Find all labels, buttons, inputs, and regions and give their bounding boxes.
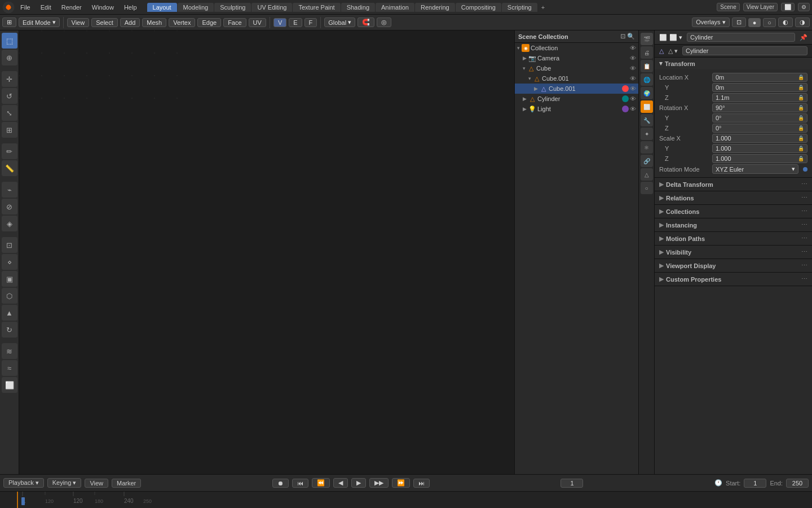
mode-dropdown[interactable]: Edit Mode ▾ — [19, 17, 60, 27]
rotate-tool[interactable]: ↺ — [2, 88, 17, 104]
spin-tool[interactable]: ↻ — [2, 322, 17, 338]
viewport-shading-solid[interactable]: ● — [748, 18, 761, 27]
transform-tool[interactable]: ⊞ — [2, 122, 17, 138]
vertex-menu[interactable]: Vertex — [169, 18, 195, 27]
object-name-input[interactable] — [687, 33, 795, 42]
outliner-item-light[interactable]: ▶ 💡 Light 👁 — [515, 104, 638, 114]
timeline-jump-end-btn[interactable]: ⏭ — [413, 479, 430, 488]
prop-constraints-icon[interactable]: 🔗 — [641, 155, 653, 167]
scene-dropdown[interactable]: Scene — [717, 3, 739, 11]
properties-type-dropdown[interactable]: ⬜ ▾ — [669, 34, 682, 41]
visibility-pin[interactable]: ⋯ — [801, 248, 807, 256]
tab-animation[interactable]: Animation — [376, 3, 414, 12]
inset-tool[interactable]: ▣ — [2, 271, 17, 287]
instancing-pin[interactable]: ⋯ — [801, 221, 807, 229]
custom-properties-pin[interactable]: ⋯ — [801, 275, 807, 283]
data-type-dropdown[interactable]: △ ▾ — [668, 47, 678, 55]
transform-header[interactable]: ▾ Transform — [655, 58, 812, 69]
visibility-cube001[interactable]: 👁 — [630, 75, 636, 82]
rotation-x-value[interactable]: 90° 🔒 — [712, 103, 807, 112]
view-dropdown[interactable]: View — [85, 479, 108, 488]
prop-modifier-icon[interactable]: 🔧 — [641, 114, 653, 126]
visibility-camera[interactable]: 👁 — [630, 55, 636, 62]
visibility-cube001-data[interactable]: 👁 — [630, 85, 636, 92]
snap-btn[interactable]: 🧲 — [358, 17, 374, 27]
overlay-dropdown[interactable]: Overlays ▾ — [692, 17, 729, 27]
collections-section[interactable]: ▶ Collections ⋯ — [655, 205, 812, 218]
visibility-collection[interactable]: 👁 — [630, 45, 636, 51]
prop-data-icon[interactable]: △ — [641, 168, 653, 181]
timeline-next-keyframe-btn[interactable]: ▶▶ — [369, 478, 389, 488]
collections-pin[interactable]: ⋯ — [801, 208, 807, 215]
timeline-record-btn[interactable]: ⏺ — [272, 479, 289, 488]
menu-edit[interactable]: Edit — [36, 3, 56, 12]
edge-menu[interactable]: Edge — [197, 18, 221, 27]
prop-object-icon[interactable]: ⬜ — [641, 100, 653, 113]
playback-dropdown[interactable]: Playback ▾ — [3, 478, 44, 488]
proportional-btn[interactable]: ◎ — [377, 17, 391, 27]
rotation-y-value[interactable]: 0° 🔒 — [712, 113, 807, 122]
knife-tool[interactable]: ⌁ — [2, 182, 17, 198]
scale-z-lock[interactable]: 🔒 — [798, 156, 804, 161]
location-z-lock[interactable]: 🔒 — [798, 95, 804, 100]
visibility-light[interactable]: 👁 — [630, 106, 636, 112]
visibility-section[interactable]: ▶ Visibility ⋯ — [655, 246, 812, 259]
prop-view-layer-icon[interactable]: 📋 — [641, 60, 653, 72]
timeline-prev-frame-btn[interactable]: ⏪ — [312, 478, 330, 488]
view-menu[interactable]: View — [67, 18, 90, 27]
menu-file[interactable]: File — [16, 3, 35, 12]
menu-render[interactable]: Render — [57, 3, 86, 12]
viewport[interactable]: User Perspective (1) Cylinder — [19, 30, 514, 474]
timeline-next-frame-btn[interactable]: ⏩ — [392, 478, 410, 488]
prop-scene-icon[interactable]: 🌐 — [641, 73, 653, 86]
prop-render-icon[interactable]: 🎬 — [641, 33, 653, 45]
loop-cut-tool[interactable]: ⊡ — [2, 237, 17, 253]
scale-z-value[interactable]: 1.000 🔒 — [712, 154, 807, 163]
start-frame-input[interactable]: 1 — [744, 479, 766, 488]
tab-uv-editing[interactable]: UV Editing — [251, 3, 292, 12]
data-name-input[interactable] — [682, 46, 807, 55]
location-y-lock[interactable]: 🔒 — [798, 85, 804, 90]
select-menu[interactable]: Select — [91, 18, 118, 27]
outliner-item-cube[interactable]: ▾ △ Cube 👁 — [515, 63, 638, 73]
motion-paths-pin[interactable]: ⋯ — [801, 235, 807, 242]
viewport-canvas[interactable]: Z X Y ⊞ 📷 — [19, 30, 188, 115]
face-mode-btn[interactable]: F — [304, 18, 317, 27]
outliner-item-cube001-data[interactable]: ▶ △ Cube.001 👁 — [515, 84, 638, 94]
transform-dropdown[interactable]: Global ▾ — [324, 17, 355, 27]
settings-icon[interactable]: ⚙ — [798, 3, 810, 11]
rotation-mode-dropdown[interactable]: XYZ Euler ▾ — [712, 164, 798, 174]
face-menu[interactable]: Face — [223, 18, 246, 27]
cube-add-tool[interactable]: ⬜ — [2, 377, 17, 393]
viewport-shading-wireframe[interactable]: ○ — [763, 18, 776, 27]
keying-dropdown[interactable]: Keying ▾ — [47, 478, 82, 488]
end-frame-input[interactable]: 250 — [786, 479, 809, 488]
uv-menu[interactable]: UV — [249, 18, 266, 27]
viewport-shading-material[interactable]: ◑ — [795, 17, 810, 27]
location-z-value[interactable]: 1.1m 🔒 — [712, 93, 807, 102]
menu-help[interactable]: Help — [120, 3, 142, 12]
tab-texture-paint[interactable]: Texture Paint — [293, 3, 340, 12]
custom-properties-section[interactable]: ▶ Custom Properties ⋯ — [655, 273, 812, 286]
randomize-tool[interactable]: ≈ — [2, 360, 17, 376]
tab-add[interactable]: + — [538, 3, 548, 12]
visibility-cylinder[interactable]: 👁 — [630, 95, 636, 102]
delta-transform-pin[interactable]: ⋯ — [801, 181, 807, 188]
delta-transform-section[interactable]: ▶ Delta Transform ⋯ — [655, 178, 812, 191]
rotation-z-lock[interactable]: 🔒 — [798, 125, 804, 131]
relations-pin[interactable]: ⋯ — [801, 194, 807, 202]
select-box-tool[interactable]: ⬚ — [2, 33, 17, 49]
view-layer-dropdown[interactable]: View Layer — [743, 3, 778, 11]
bevel-tool[interactable]: ⬡ — [2, 288, 17, 304]
annotate-tool[interactable]: ✏ — [2, 143, 17, 159]
scale-y-value[interactable]: 1.000 🔒 — [712, 144, 807, 153]
xray-btn[interactable]: ⊡ — [732, 17, 746, 27]
scale-x-lock[interactable]: 🔒 — [798, 135, 804, 141]
tab-modeling[interactable]: Modeling — [178, 3, 214, 12]
scale-y-lock[interactable]: 🔒 — [798, 146, 804, 151]
tab-compositing[interactable]: Compositing — [456, 3, 501, 12]
render-icon[interactable]: ⬜ — [781, 3, 795, 11]
outliner-item-cube001-parent[interactable]: ▾ △ Cube.001 👁 — [515, 73, 638, 84]
edge-slide-tool[interactable]: ⋄ — [2, 254, 17, 270]
measure-tool[interactable]: 📏 — [2, 160, 17, 176]
